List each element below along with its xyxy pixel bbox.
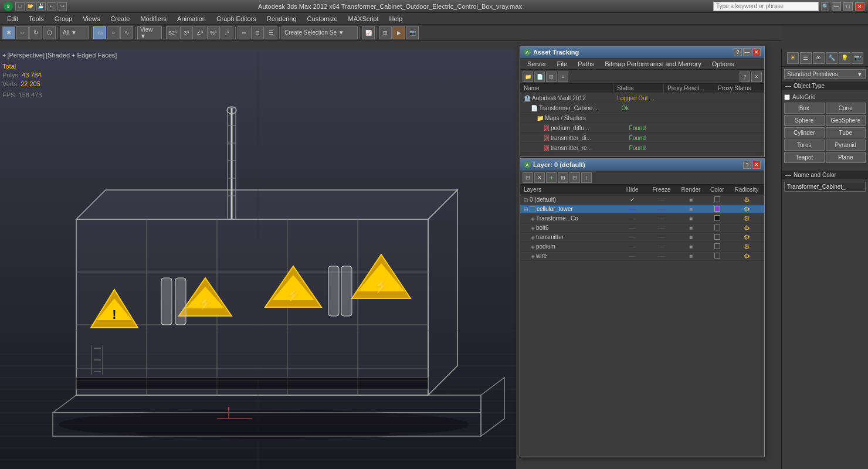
layers-tb-icon6[interactable]: ↕ [581,172,592,183]
layer-row[interactable]: ◈ podium ---- ---- ■ ⚙ [520,242,764,252]
rp-icon3[interactable]: 👁 [813,52,825,64]
search-icon[interactable]: 🔍 [821,2,829,11]
redo-btn[interactable]: ↪ [57,2,67,11]
name-color-header[interactable]: — Name and Color [782,171,868,179]
asset-tb-close[interactable]: ✕ [751,72,762,82]
table-row[interactable]: 📄 Transformer_Cabine... Ok [520,103,764,113]
vp-shading-label[interactable]: [Shaded + Edged Faces] [46,52,117,59]
percent-snap-btn[interactable]: %⁵ [207,26,220,39]
menu-maxscript[interactable]: MAXScript [344,14,384,23]
layer-row[interactable]: ◈ bolt6 ---- ---- ■ ⚙ [520,223,764,233]
asset-tb-icon4[interactable]: ≡ [558,72,568,82]
menu-views[interactable]: Views [78,14,104,23]
asset-tb-help[interactable]: ? [740,72,750,82]
prim-cylinder-btn[interactable]: Cylinder [784,127,825,138]
snap-2d-btn[interactable]: S2⁵ [166,26,179,39]
select-circle-btn[interactable]: ○ [107,26,120,39]
prim-plane-btn[interactable]: Plane [826,152,866,163]
object-type-header[interactable]: — Object Type [782,81,868,90]
asset-menu-paths[interactable]: Paths [573,59,599,69]
menu-help[interactable]: Help [385,14,408,23]
layer-row[interactable]: ⊟ cellular_tower ---- ---- ■ ⚙ [520,205,764,214]
table-row[interactable]: 🖼 podium_diffu... Found [520,123,764,133]
rotate-btn[interactable]: ↻ [29,26,42,39]
prim-sphere-btn[interactable]: Sphere [784,115,825,126]
toolbar-window-icons[interactable]: □ 📂 💾 ↩ ↪ [15,2,67,11]
vp-perspective-label[interactable]: [Perspective] [7,52,45,59]
menu-modifiers[interactable]: Modifiers [135,14,171,23]
layers-tb-icon4[interactable]: ⊞ [558,172,568,183]
open-btn[interactable]: 📂 [26,2,35,11]
prim-cone-btn[interactable]: Cone [826,103,866,114]
prim-teapot-btn[interactable]: Teapot [784,152,825,163]
minimize-button[interactable]: — [832,2,841,11]
layer-row[interactable]: ⊟ 0 (default) ✓ ---- ■ ⚙ [520,195,764,205]
asset-menu-options[interactable]: Options [707,59,739,69]
curve-editor-btn[interactable]: 📈 [362,26,375,39]
menu-customize[interactable]: Customize [303,14,343,23]
name-input[interactable] [784,182,866,192]
asset-help-btn[interactable]: ? [734,48,742,56]
layer-row[interactable]: ◈ Transforme...Co ---- ---- ■ ⚙ [520,214,764,223]
menu-graph-editors[interactable]: Graph Editors [212,14,261,23]
layer-row[interactable]: ◈ wire ---- ---- ■ ⚙ [520,252,764,261]
rp-icon2[interactable]: ☰ [800,52,812,64]
prim-pyramid-btn[interactable]: Pyramid [826,140,866,151]
prim-tube-btn[interactable]: Tube [826,127,866,138]
rp-icon6[interactable]: 📷 [852,52,863,64]
menu-create[interactable]: Create [106,14,134,23]
table-row[interactable]: 🏦 Autodesk Vault 2012 Logged Out ... [520,93,764,103]
lasso-btn[interactable]: ∿ [120,26,133,39]
table-row[interactable]: 🖼 transmitter_di... Found [520,133,764,143]
view-dropdown[interactable]: View ▼ [137,26,162,39]
menu-group[interactable]: Group [50,14,77,23]
layer-row[interactable]: ◈ transmitter ---- ---- ■ ⚙ [520,233,764,242]
asset-tb-icon3[interactable]: ⊞ [546,72,557,82]
render-setup-btn[interactable]: ⊞ [379,26,392,39]
primitives-dropdown[interactable]: Standard Primitives ▼ [784,69,866,79]
select-rect-btn[interactable]: ▭ [93,26,106,39]
scale-btn[interactable]: ⬡ [43,26,56,39]
maximize-button[interactable]: □ [843,2,853,11]
spinner-snap-btn[interactable]: ↕⁵ [221,26,233,39]
layers-tb-icon2[interactable]: ✕ [534,172,545,183]
snap-3d-btn[interactable]: 3⁵ [180,26,193,39]
asset-menu-file[interactable]: File [552,59,572,69]
move-btn[interactable]: ↔ [16,26,29,39]
asset-minimize-btn[interactable]: — [743,48,751,56]
table-row[interactable]: 🖼 transmitter_re... Found [520,143,764,153]
asset-menu-server[interactable]: Server [523,59,551,69]
asset-close-btn[interactable]: ✕ [752,48,761,56]
rp-icon5[interactable]: 💡 [839,52,850,64]
vp-plus-btn[interactable]: + [2,52,6,59]
save-btn[interactable]: 💾 [36,2,46,11]
asset-menu-bitmap[interactable]: Bitmap Performance and Memory [600,59,706,69]
layers-help-btn[interactable]: ? [743,161,751,169]
select-btn[interactable]: ✱ [2,26,15,39]
render-btn[interactable]: ▶ [392,26,405,39]
menu-rendering[interactable]: Rendering [262,14,301,23]
prim-box-btn[interactable]: Box [784,103,825,114]
angle-snap-btn[interactable]: ∠⁵ [194,26,206,39]
selection-set[interactable]: Create Selection Se ▼ [282,26,358,39]
table-row[interactable]: 📁 Maps / Shaders [520,113,764,123]
layers-close-btn[interactable]: ✕ [752,161,761,169]
layers-tb-icon1[interactable]: ⊟ [523,172,533,183]
layers-tb-icon5[interactable]: ⊟ [569,172,580,183]
filter-dropdown[interactable]: All ▼ [60,26,89,39]
menu-animation[interactable]: Animation [172,14,211,23]
autogrid-checkbox[interactable] [784,94,790,100]
rp-icon4[interactable]: 🔧 [826,52,838,64]
mirror-btn[interactable]: ⇔ [238,26,250,39]
prim-geosphere-btn[interactable]: GeoSphere [826,115,866,126]
align-btn[interactable]: ⊟ [251,26,264,39]
render-frame-btn[interactable]: 📷 [406,26,419,39]
menu-tools[interactable]: Tools [24,14,49,23]
menu-edit[interactable]: Edit [2,14,23,23]
asset-tb-icon2[interactable]: 📄 [534,72,545,82]
asset-tb-icon1[interactable]: 📁 [523,72,533,82]
viewport-3d[interactable]: + [Perspective] [Shaded + Edged Faces] T… [0,49,516,469]
layer-btn[interactable]: ☰ [265,26,277,39]
search-input[interactable] [713,2,819,11]
layers-tb-add[interactable]: + [546,172,557,183]
